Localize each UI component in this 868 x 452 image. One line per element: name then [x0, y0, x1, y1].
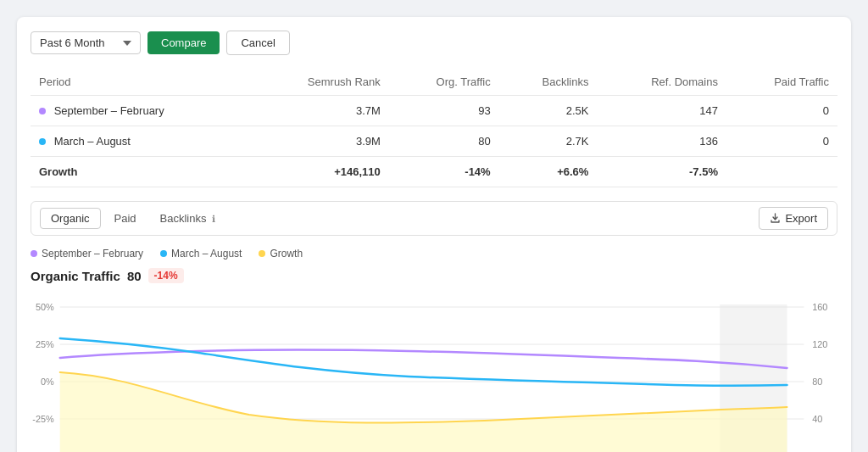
col-semrush: Semrush Rank — [250, 69, 389, 96]
table-row: March – August 3.9M 80 2.7K 136 0 — [31, 126, 837, 157]
period-cell: March – August — [31, 126, 250, 157]
svg-text:-25%: -25% — [32, 414, 54, 424]
growth-backlinks: +6.6% — [499, 157, 598, 187]
chart-svg: 50% 25% 0% -25% -50% 160 120 80 40 0 — [31, 292, 837, 452]
chart-legend: September – February March – August Grow… — [31, 248, 837, 259]
purple-dot — [39, 108, 46, 114]
legend-item-yellow: Growth — [259, 248, 303, 259]
table-row: September – February 3.7M 93 2.5K 147 0 — [31, 96, 837, 126]
info-icon: ℹ — [212, 214, 215, 224]
tab-organic[interactable]: Organic — [40, 208, 101, 229]
svg-text:160: 160 — [812, 302, 827, 312]
semrush-cell: 3.7M — [250, 96, 389, 126]
col-traffic: Org. Traffic — [389, 69, 499, 96]
legend-dot-purple — [31, 250, 37, 257]
growth-badge: -14% — [148, 268, 184, 283]
main-container: Past Month Past 3 Month Past 6 Month Pas… — [17, 17, 851, 452]
refdomains-cell: 136 — [597, 126, 726, 157]
svg-text:40: 40 — [812, 414, 822, 424]
period-cell: September – February — [31, 96, 250, 126]
traffic-cell: 80 — [389, 126, 499, 157]
paid-cell: 0 — [726, 96, 837, 126]
growth-label: Growth — [31, 157, 250, 187]
tab-paid[interactable]: Paid — [104, 209, 147, 228]
growth-semrush: +146,110 — [250, 157, 389, 187]
growth-row: Growth +146,110 -14% +6.6% -7.5% — [31, 157, 837, 187]
export-icon — [770, 213, 781, 224]
legend-dot-yellow — [259, 250, 265, 257]
refdomains-cell: 147 — [597, 96, 726, 126]
col-refdomains: Ref. Domains — [597, 69, 726, 96]
tab-bar: Organic Paid Backlinks ℹ Export — [31, 201, 837, 236]
traffic-cell: 93 — [389, 96, 499, 126]
legend-dot-blue — [160, 250, 167, 257]
col-period: Period — [31, 69, 250, 96]
chart-title-bar: Organic Traffic 80 -14% — [31, 268, 837, 283]
export-button[interactable]: Export — [759, 207, 828, 230]
growth-paid — [726, 157, 837, 187]
legend-item-purple: September – February — [31, 248, 143, 259]
svg-text:25%: 25% — [36, 339, 54, 349]
tab-backlinks[interactable]: Backlinks ℹ — [150, 209, 226, 228]
growth-refdomains: -7.5% — [597, 157, 726, 187]
legend-item-blue: March – August — [160, 248, 242, 259]
svg-text:80: 80 — [812, 377, 822, 387]
col-paid: Paid Traffic — [726, 69, 837, 96]
top-bar: Past Month Past 3 Month Past 6 Month Pas… — [31, 31, 837, 55]
cancel-button[interactable]: Cancel — [226, 31, 289, 55]
svg-text:120: 120 — [812, 339, 827, 349]
svg-text:0%: 0% — [41, 377, 54, 387]
compare-button[interactable]: Compare — [147, 31, 220, 54]
svg-text:50%: 50% — [36, 302, 54, 312]
backlinks-cell: 2.7K — [499, 126, 598, 157]
data-table: Period Semrush Rank Org. Traffic Backlin… — [31, 69, 837, 187]
blue-dot — [39, 138, 46, 145]
tabs-left: Organic Paid Backlinks ℹ — [40, 208, 225, 229]
chart-area: 50% 25% 0% -25% -50% 160 120 80 40 0 — [31, 292, 837, 452]
period-dropdown[interactable]: Past Month Past 3 Month Past 6 Month Pas… — [31, 31, 141, 54]
col-backlinks: Backlinks — [499, 69, 598, 96]
growth-traffic: -14% — [389, 157, 499, 187]
backlinks-cell: 2.5K — [499, 96, 598, 126]
paid-cell: 0 — [726, 126, 837, 157]
semrush-cell: 3.9M — [250, 126, 389, 157]
